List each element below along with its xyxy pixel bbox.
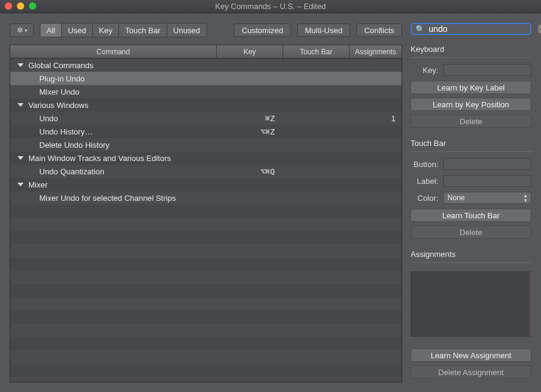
table-row-empty bbox=[10, 271, 402, 284]
disclosure-triangle-icon[interactable] bbox=[18, 156, 24, 160]
filter-multi-used[interactable]: Multi-Used bbox=[297, 24, 350, 37]
filter-conflicts[interactable]: Conflicts bbox=[356, 24, 402, 37]
row-key: ⌥⌘Q bbox=[217, 167, 283, 176]
touchbar-panel: Touch Bar Button: Label: Color: None ▴▾ … bbox=[411, 136, 531, 242]
touchbar-label-field[interactable] bbox=[443, 175, 531, 187]
touchbar-button-label: Button: bbox=[411, 160, 438, 169]
table-row[interactable]: Delete Undo History bbox=[10, 138, 402, 151]
table-group-row[interactable]: Various Windows bbox=[10, 98, 402, 112]
row-label: Main Window Tracks and Various Editors bbox=[28, 154, 171, 163]
key-field-label: Key: bbox=[411, 66, 438, 75]
window-title: Key Commands – U.S. – Edited bbox=[215, 2, 326, 11]
keyboard-section-title: Keyboard bbox=[411, 42, 531, 58]
view-segmented-control: AllUsedKeyTouch BarUnused bbox=[40, 23, 207, 37]
row-label: Undo bbox=[39, 114, 58, 123]
learn-key-position-button[interactable]: Learn by Key Position bbox=[411, 98, 531, 111]
row-assignments: 1 bbox=[350, 114, 402, 123]
assignments-section-title: Assignments bbox=[411, 247, 531, 263]
view-tab-key[interactable]: Key bbox=[93, 24, 119, 37]
disclosure-triangle-icon[interactable] bbox=[18, 183, 24, 186]
table-row-empty bbox=[10, 284, 402, 297]
row-label: Mixer Undo bbox=[39, 87, 79, 96]
row-label: Mixer Undo for selected Channel Strips bbox=[39, 194, 176, 203]
minimize-window-icon[interactable] bbox=[17, 2, 24, 10]
view-tab-touch-bar[interactable]: Touch Bar bbox=[119, 24, 167, 37]
table-row[interactable]: Plug-in Undo bbox=[10, 72, 402, 85]
table-row[interactable]: Undo Quantization⌥⌘Q bbox=[10, 165, 402, 178]
view-tab-used[interactable]: Used bbox=[62, 24, 92, 37]
table-row[interactable]: Undo⌘Z1 bbox=[10, 112, 402, 125]
close-window-icon[interactable] bbox=[5, 2, 12, 10]
actions-menu-button[interactable]: ✲ ▾ bbox=[10, 24, 34, 37]
view-tab-unused[interactable]: Unused bbox=[167, 24, 206, 37]
search-icon: 🔍 bbox=[415, 25, 425, 34]
row-key: ⌥⌘Z bbox=[217, 127, 283, 136]
row-key: ⌘Z bbox=[217, 114, 283, 123]
row-label: Delete Undo History bbox=[39, 141, 109, 150]
gear-icon: ✲ bbox=[17, 26, 23, 34]
search-input[interactable] bbox=[429, 24, 534, 34]
table-group-row[interactable]: Main Window Tracks and Various Editors bbox=[10, 151, 402, 165]
table-row-empty bbox=[10, 258, 402, 271]
delete-assignment-button[interactable]: Delete Assignment bbox=[411, 365, 531, 379]
chevron-down-icon: ▾ bbox=[25, 28, 27, 33]
select-arrows-icon: ▴▾ bbox=[524, 193, 527, 203]
table-row[interactable]: Mixer Undo bbox=[10, 85, 402, 98]
search-field[interactable]: 🔍 ✕ bbox=[411, 23, 531, 35]
window-traffic-lights bbox=[5, 2, 36, 10]
row-label: Undo Quantization bbox=[39, 167, 104, 176]
window-titlebar: Key Commands – U.S. – Edited bbox=[0, 0, 541, 13]
table-row-empty bbox=[10, 231, 402, 244]
table-row-empty bbox=[10, 350, 402, 364]
delete-touchbar-button[interactable]: Delete bbox=[411, 226, 531, 239]
touchbar-color-select[interactable]: None ▴▾ bbox=[443, 192, 531, 204]
row-label: Mixer bbox=[28, 180, 48, 189]
filter-customized[interactable]: Customized bbox=[234, 24, 291, 37]
table-row[interactable]: Mixer Undo for selected Channel Strips bbox=[10, 191, 402, 204]
col-key-header[interactable]: Key bbox=[217, 45, 283, 58]
view-tab-all[interactable]: All bbox=[40, 24, 62, 37]
table-row-empty bbox=[10, 311, 402, 324]
table-group-row[interactable]: Mixer bbox=[10, 178, 402, 191]
row-label: Various Windows bbox=[28, 101, 88, 110]
col-assignments-header[interactable]: Assignments bbox=[350, 45, 402, 58]
table-row-empty bbox=[10, 204, 402, 218]
learn-key-label-button[interactable]: Learn by Key Label bbox=[411, 81, 531, 94]
row-label: Global Commands bbox=[28, 61, 94, 70]
key-field[interactable] bbox=[443, 64, 531, 76]
zoom-window-icon[interactable] bbox=[29, 2, 36, 10]
table-row-empty bbox=[10, 244, 402, 258]
row-label: Plug-in Undo bbox=[39, 74, 85, 83]
learn-assignment-button[interactable]: Learn New Assignment bbox=[411, 349, 531, 362]
table-row-empty bbox=[10, 364, 402, 377]
delete-key-button[interactable]: Delete bbox=[411, 115, 531, 128]
touchbar-button-field[interactable] bbox=[443, 158, 531, 170]
learn-touchbar-button[interactable]: Learn Touch Bar bbox=[411, 209, 531, 222]
touchbar-color-value: None bbox=[447, 194, 465, 202]
touchbar-color-label: Color: bbox=[411, 194, 438, 203]
table-group-row[interactable]: Global Commands bbox=[10, 58, 402, 72]
table-row-empty bbox=[10, 297, 402, 311]
table-header: Command Key Touch Bar Assignments bbox=[10, 45, 402, 58]
touchbar-section-title: Touch Bar bbox=[411, 136, 531, 152]
disclosure-triangle-icon[interactable] bbox=[18, 103, 24, 107]
table-row[interactable]: Undo History…⌥⌘Z bbox=[10, 125, 402, 138]
col-command-header[interactable]: Command bbox=[10, 45, 217, 58]
keyboard-panel: Keyboard Key: Learn by Key Label Learn b… bbox=[411, 42, 531, 131]
col-touchbar-header[interactable]: Touch Bar bbox=[283, 45, 350, 58]
disclosure-triangle-icon[interactable] bbox=[18, 63, 24, 67]
table-row-empty bbox=[10, 324, 402, 337]
table-row-empty bbox=[10, 218, 402, 231]
touchbar-label-label: Label: bbox=[411, 177, 438, 186]
assignments-panel: Assignments Learn New Assignment Delete … bbox=[411, 247, 531, 382]
assignments-list[interactable] bbox=[411, 271, 531, 337]
table-row-empty bbox=[10, 337, 402, 350]
row-label: Undo History… bbox=[39, 127, 92, 136]
commands-table: Command Key Touch Bar Assignments Global… bbox=[10, 45, 402, 382]
clear-search-icon[interactable]: ✕ bbox=[538, 25, 541, 33]
